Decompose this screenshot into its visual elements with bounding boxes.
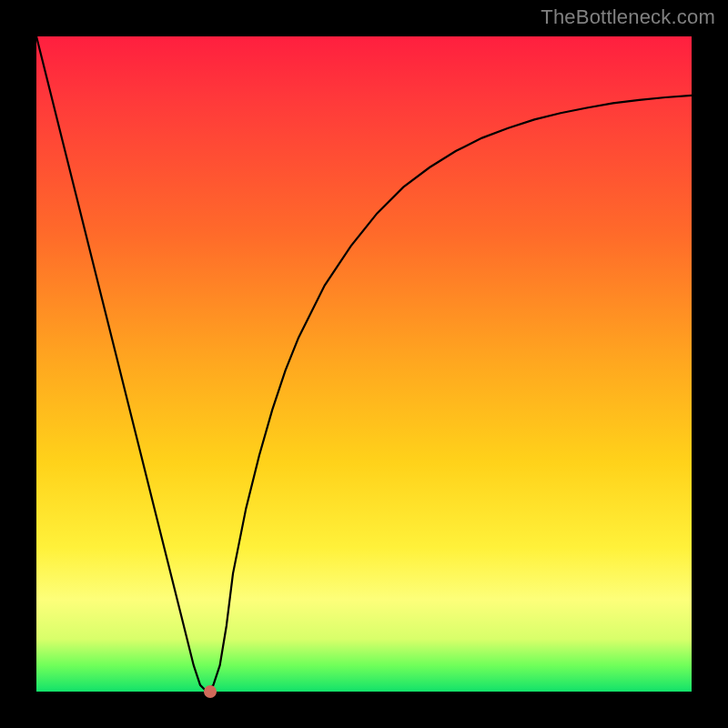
chart-frame: TheBottleneck.com [0,0,728,728]
optimum-marker [204,685,217,698]
curve-svg [36,36,692,692]
chart-plot-area [36,36,692,692]
watermark-text: TheBottleneck.com [541,5,715,29]
bottleneck-curve [36,36,692,692]
